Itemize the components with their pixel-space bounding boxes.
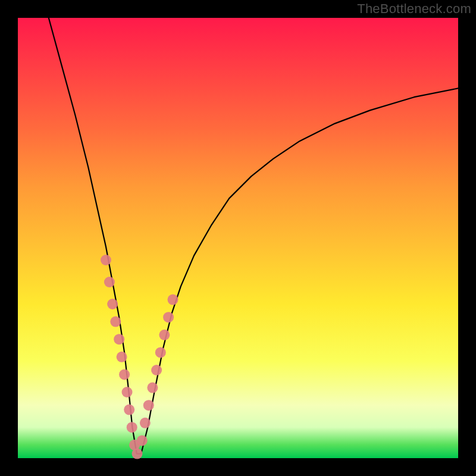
plot-area (18, 18, 458, 458)
marker-dot (137, 435, 148, 446)
marker-dot (155, 347, 166, 358)
marker-dot (114, 334, 124, 345)
marker-dot (110, 317, 121, 327)
chart-frame: TheBottleneck.com (0, 0, 476, 476)
marker-dot (107, 299, 118, 309)
marker-dot (127, 422, 137, 433)
marker-dot (151, 365, 162, 375)
marker-dots (101, 255, 178, 459)
marker-dot (168, 295, 178, 305)
marker-dot (104, 277, 115, 287)
marker-dot (159, 330, 170, 340)
marker-dot (117, 352, 127, 362)
bottleneck-curve (49, 18, 458, 454)
marker-dot (119, 369, 130, 380)
marker-dot (124, 405, 134, 415)
marker-dot (132, 449, 143, 459)
curve-layer (18, 18, 458, 458)
marker-dot (147, 383, 158, 393)
marker-dot (122, 387, 133, 397)
watermark-label: TheBottleneck.com (357, 1, 471, 17)
marker-dot (163, 312, 174, 322)
marker-dot (143, 400, 154, 411)
marker-dot (101, 255, 111, 265)
marker-dot (140, 418, 151, 428)
